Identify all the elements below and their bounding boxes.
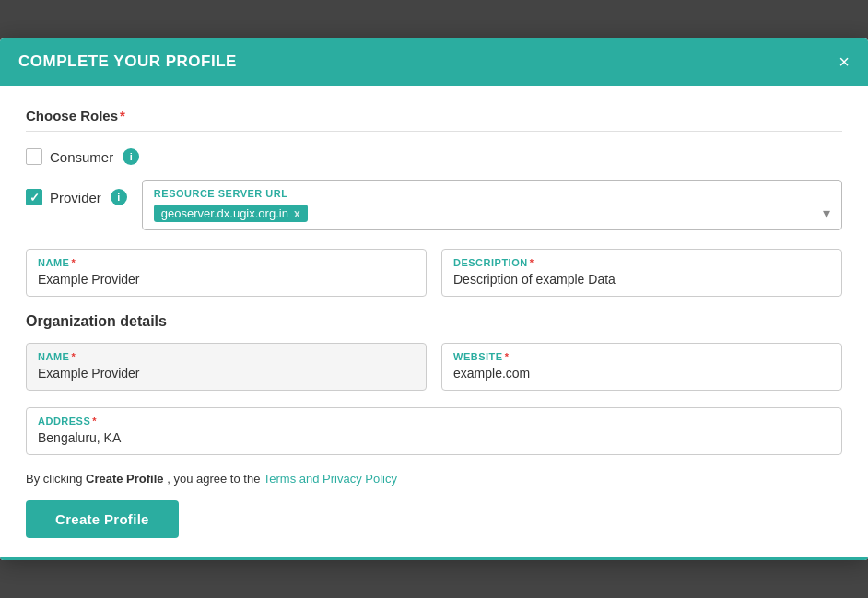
divider <box>26 131 842 132</box>
provider-description-value[interactable]: Description of example Data <box>453 272 830 287</box>
provider-name-field: NAME* Example Provider <box>26 249 427 297</box>
provider-fields-row: NAME* Example Provider DESCRIPTION* Desc… <box>26 249 842 297</box>
modal-close-button[interactable]: × <box>839 53 850 71</box>
org-name-label: NAME* <box>38 351 415 362</box>
consumer-info-icon[interactable]: i <box>123 148 139 165</box>
resource-server-url-box: RESOURCE SERVER URL geoserver.dx.ugix.or… <box>142 180 842 230</box>
org-address-field: ADDRESS* Bengaluru, KA <box>26 407 842 455</box>
provider-name-label: NAME* <box>38 257 415 268</box>
org-fields-row: NAME* Example Provider WEBSITE* example.… <box>26 343 842 391</box>
resource-server-label: RESOURCE SERVER URL <box>154 188 830 199</box>
resource-url-tag: geoserver.dx.ugix.org.in x <box>154 205 308 222</box>
org-website-label: WEBSITE* <box>453 351 830 362</box>
org-name-field: NAME* Example Provider <box>26 343 427 391</box>
resource-url-value: geoserver.dx.ugix.org.in <box>161 206 288 220</box>
provider-role-row: Provider i RESOURCE SERVER URL geoserver… <box>26 180 842 230</box>
org-address-value[interactable]: Bengaluru, KA <box>38 430 830 445</box>
provider-description-label: DESCRIPTION* <box>453 257 830 268</box>
choose-roles-title: Choose Roles* <box>26 108 842 123</box>
modal-footer-bar <box>0 557 868 560</box>
consumer-role-row: Consumer i <box>26 148 842 165</box>
org-address-label: ADDRESS* <box>38 416 830 427</box>
terms-privacy-link[interactable]: Terms and Privacy Policy <box>264 472 397 486</box>
org-website-field: WEBSITE* example.com <box>441 343 842 391</box>
org-name-value[interactable]: Example Provider <box>38 366 415 381</box>
consumer-checkbox[interactable] <box>26 148 42 165</box>
provider-label: Provider <box>50 190 101 205</box>
consent-text: By clicking Create Profile , you agree t… <box>26 472 842 486</box>
create-profile-button[interactable]: Create Profile <box>26 500 179 538</box>
modal-body: Choose Roles* Consumer i Provider i RESO… <box>0 86 868 557</box>
org-details-title: Organization details <box>26 313 842 330</box>
provider-checkbox[interactable] <box>26 189 42 205</box>
org-website-value[interactable]: example.com <box>453 366 830 381</box>
complete-profile-modal: COMPLETE YOUR PROFILE × Choose Roles* Co… <box>0 38 868 560</box>
modal-overlay: COMPLETE YOUR PROFILE × Choose Roles* Co… <box>0 0 868 598</box>
modal-header: COMPLETE YOUR PROFILE × <box>0 38 868 86</box>
provider-info-icon[interactable]: i <box>111 189 127 205</box>
resource-url-tag-close[interactable]: x <box>294 207 300 220</box>
resource-url-tag-row: geoserver.dx.ugix.org.in x ▾ <box>154 205 830 222</box>
provider-left: Provider i <box>26 189 127 205</box>
provider-name-value[interactable]: Example Provider <box>38 272 415 287</box>
modal-title: COMPLETE YOUR PROFILE <box>18 53 237 71</box>
consumer-label: Consumer <box>50 149 113 165</box>
resource-url-dropdown-arrow[interactable]: ▾ <box>823 205 830 222</box>
provider-description-field: DESCRIPTION* Description of example Data <box>441 249 842 297</box>
